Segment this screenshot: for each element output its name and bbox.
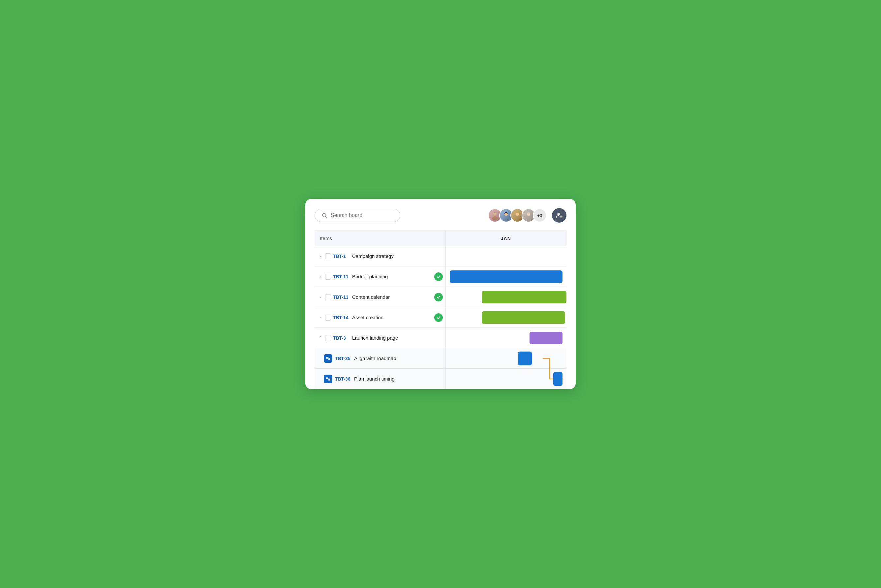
task-name: Asset creation: [352, 315, 432, 320]
task-id[interactable]: TBT-13: [333, 294, 350, 300]
item-cell: › TBT-1 Campaign strategy: [315, 246, 445, 267]
chevron-icon[interactable]: ›: [317, 254, 323, 258]
bar-cell: [445, 267, 566, 287]
checkbox[interactable]: [325, 335, 331, 341]
gantt-bar-blue-tiny[interactable]: [553, 372, 562, 386]
done-badge: [434, 313, 443, 322]
svg-point-3: [492, 216, 498, 220]
svg-rect-14: [326, 357, 328, 359]
avatar-count: +3: [533, 208, 547, 222]
row-content: › TBT-13 Content calendar: [317, 293, 443, 302]
main-card: +3 Items JAN: [305, 199, 576, 389]
chevron-icon[interactable]: ›: [317, 295, 323, 300]
task-id[interactable]: TBT-14: [333, 315, 350, 320]
table-row: › TBT-14 Asset creation: [315, 308, 566, 328]
row-content: TBT-36 Plan launch timing: [324, 375, 443, 383]
gantt-bar-green-partial[interactable]: [482, 311, 565, 324]
gantt-table: Items JAN › TBT-1 Campaign strategy: [315, 231, 566, 389]
table-row: › TBT-13 Content calendar: [315, 287, 566, 308]
item-cell: TBT-36 Plan launch timing: [315, 369, 445, 389]
item-cell: › TBT-14 Asset creation: [315, 308, 445, 328]
task-id[interactable]: TBT-3: [333, 335, 350, 340]
row-content: ˅ TBT-3 Launch landing page: [317, 335, 443, 341]
item-cell: ˅ TBT-3 Launch landing page: [315, 328, 445, 348]
row-content: › TBT-1 Campaign strategy: [317, 253, 443, 259]
search-box[interactable]: [315, 209, 400, 222]
col-jan: JAN: [445, 231, 566, 246]
task-id[interactable]: TBT-35: [335, 356, 352, 361]
header-right: +3: [488, 208, 566, 223]
task-name: Launch landing page: [352, 335, 443, 340]
col-items: Items: [315, 231, 445, 246]
task-id[interactable]: TBT-1: [333, 254, 350, 259]
checkbox[interactable]: [325, 294, 331, 300]
task-name: Align with roadmap: [354, 356, 443, 361]
gantt-bar-blue[interactable]: [450, 270, 562, 283]
add-user-button[interactable]: [552, 208, 566, 223]
row-content: › TBT-14 Asset creation: [317, 313, 443, 322]
task-name: Campaign strategy: [352, 253, 443, 259]
subtask-icon: [324, 354, 333, 363]
subtask-icon: [324, 375, 333, 383]
table-row: › TBT-1 Campaign strategy: [315, 246, 566, 267]
row-content: › TBT-11 Budget planning: [317, 272, 443, 281]
item-cell: TBT-35 Align with roadmap: [315, 348, 445, 369]
chevron-icon[interactable]: ›: [317, 315, 323, 320]
table-row: › TBT-11 Budget planning: [315, 267, 566, 287]
table-row: TBT-35 Align with roadmap: [315, 348, 566, 369]
chevron-icon[interactable]: ˅: [317, 335, 323, 340]
task-name: Content calendar: [352, 294, 432, 300]
bar-cell: [445, 287, 566, 308]
bar-cell: [445, 246, 566, 267]
task-name: Plan launch timing: [354, 376, 443, 381]
svg-line-1: [325, 216, 327, 218]
add-user-icon: [556, 212, 563, 219]
task-id[interactable]: TBT-36: [335, 376, 352, 381]
search-icon: [322, 212, 327, 218]
gantt-bar-blue-small[interactable]: [518, 351, 532, 365]
svg-point-11: [557, 213, 560, 215]
checkbox[interactable]: [325, 253, 331, 259]
header: +3: [315, 208, 566, 223]
gantt-bar-purple[interactable]: [529, 332, 562, 344]
task-id[interactable]: TBT-11: [333, 274, 350, 279]
search-input[interactable]: [331, 212, 393, 218]
task-name: Budget planning: [352, 274, 432, 279]
item-cell: › TBT-13 Content calendar: [315, 287, 445, 308]
done-badge: [434, 272, 443, 281]
table-row: ˅ TBT-3 Launch landing page: [315, 328, 566, 348]
row-content: TBT-35 Align with roadmap: [324, 354, 443, 363]
gantt-bar-green[interactable]: [482, 291, 566, 303]
avatar-group: +3: [488, 208, 547, 222]
bar-cell: [445, 369, 566, 389]
done-badge: [434, 293, 443, 302]
chevron-icon[interactable]: ›: [317, 274, 323, 279]
bar-cell-35: [445, 348, 566, 369]
bar-cell: [445, 328, 566, 348]
svg-rect-18: [326, 377, 328, 379]
table-row: TBT-36 Plan launch timing: [315, 369, 566, 389]
checkbox[interactable]: [325, 315, 331, 321]
checkbox[interactable]: [325, 274, 331, 280]
bar-cell: [445, 308, 566, 328]
item-cell: › TBT-11 Budget planning: [315, 267, 445, 287]
